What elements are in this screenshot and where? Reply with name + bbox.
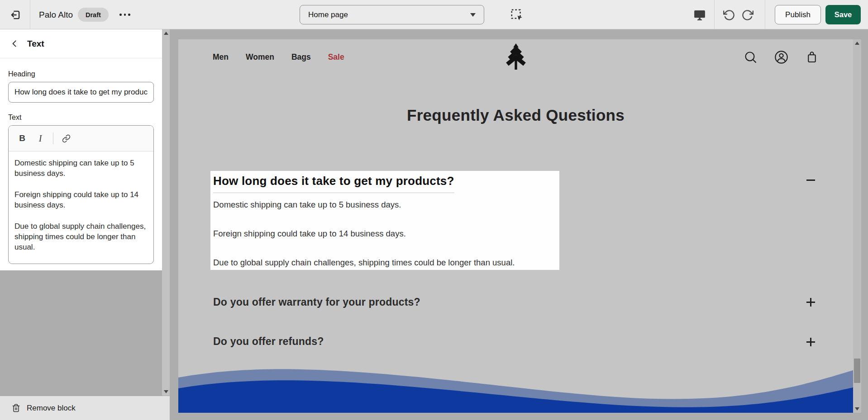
chevron-left-icon — [10, 39, 19, 48]
undo-icon — [723, 9, 735, 21]
search-button[interactable] — [744, 50, 758, 64]
plus-icon — [806, 338, 815, 346]
ellipsis-icon — [124, 14, 126, 16]
back-button[interactable] — [10, 39, 19, 48]
minus-icon — [806, 179, 815, 181]
nav-link-men[interactable]: Men — [213, 52, 229, 62]
storefront-nav: Men Women Bags Sale — [213, 39, 344, 75]
theme-preview: Men Women Bags Sale — [178, 39, 861, 413]
topbar-divider — [765, 0, 765, 29]
faq-item-expanded-selected[interactable]: How long does it take to get my products… — [210, 171, 559, 270]
block-settings-panel: Text Heading Text B I Domestic shipping … — [0, 29, 162, 270]
shopify-theme-editor: { "topbar": { "store_name": "Palo Alto",… — [0, 0, 868, 420]
desktop-icon — [693, 8, 706, 22]
text-field-label: Text — [8, 113, 154, 122]
heading-field-label: Heading — [8, 70, 154, 78]
remove-block-label: Remove block — [27, 404, 76, 413]
expand-button[interactable] — [806, 337, 816, 347]
redo-icon — [741, 9, 754, 21]
panel-header: Text — [0, 29, 162, 58]
panel-footer: Remove block — [0, 396, 170, 420]
scrollbar-thumb[interactable] — [854, 359, 860, 383]
rich-text-content[interactable]: Domestic shipping can take up to 5 busin… — [9, 151, 153, 252]
editor-paragraph: Foreign shipping could take up to 14 bus… — [14, 189, 148, 210]
store-logo[interactable] — [506, 43, 526, 71]
storefront-header: Men Women Bags Sale — [178, 39, 853, 75]
nav-link-women[interactable]: Women — [246, 52, 274, 62]
account-icon — [774, 50, 789, 65]
rich-text-editor: B I Domestic shipping can take up to 5 b… — [8, 125, 154, 264]
link-icon — [62, 134, 71, 143]
scroll-up-icon[interactable] — [855, 42, 859, 45]
footer-wave-decoration — [178, 362, 853, 413]
page-selector-value: Home page — [308, 10, 348, 19]
panel-body: Heading Text B I Domestic shipping can t… — [0, 58, 162, 264]
more-options-button[interactable] — [114, 0, 136, 29]
scroll-up-icon[interactable] — [164, 32, 168, 35]
ellipsis-icon — [128, 14, 130, 16]
ellipsis-icon — [119, 14, 122, 16]
topbar-divider — [714, 0, 715, 29]
page-selector-dropdown[interactable]: Home page — [300, 5, 484, 24]
device-preview-button[interactable] — [692, 7, 708, 23]
cart-bag-icon — [805, 50, 819, 64]
trash-icon — [12, 404, 20, 412]
topbar-divider — [30, 0, 30, 29]
heading-input[interactable] — [8, 82, 154, 103]
faq-answer-paragraph: Foreign shipping could take up to 14 bus… — [213, 229, 555, 239]
link-button[interactable] — [57, 129, 75, 147]
search-icon — [744, 50, 758, 64]
storefront-page: Men Women Bags Sale — [178, 39, 853, 413]
exit-icon — [10, 9, 21, 21]
faq-section-title: Frequently Asked Questions — [178, 106, 853, 124]
status-badge: Draft — [78, 8, 109, 22]
collapse-button[interactable] — [806, 175, 816, 185]
toolbar-divider — [53, 132, 53, 144]
rich-text-toolbar: B I — [9, 126, 153, 151]
nav-link-bags[interactable]: Bags — [291, 52, 311, 62]
publish-button[interactable]: Publish — [775, 5, 821, 24]
editor-paragraph: Domestic shipping can take up to 5 busin… — [14, 158, 148, 179]
exit-editor-button[interactable] — [7, 6, 24, 24]
section-select-tool-button[interactable] — [509, 7, 525, 23]
remove-block-button[interactable]: Remove block — [12, 404, 76, 413]
nav-link-sale[interactable]: Sale — [328, 52, 344, 62]
pine-tree-icon — [506, 43, 526, 70]
topbar: Palo Alto Draft Home page Publish Save — [0, 0, 868, 29]
save-button[interactable]: Save — [825, 5, 861, 24]
header-icons — [744, 39, 819, 75]
bold-button[interactable]: B — [13, 129, 31, 147]
expand-button[interactable] — [806, 297, 816, 307]
undo-button[interactable] — [721, 8, 737, 22]
faq-question[interactable]: How long does it take to get my products… — [213, 174, 454, 193]
faq-answer-paragraph: Domestic shipping can take up to 5 busin… — [213, 200, 555, 210]
selection-cursor-icon — [510, 8, 524, 22]
preview-scrollbar[interactable] — [853, 39, 861, 413]
chevron-down-icon — [470, 13, 476, 17]
cart-button[interactable] — [805, 50, 819, 64]
plus-icon — [806, 298, 815, 307]
sidebar-scrollbar[interactable] — [162, 29, 170, 396]
faq-question[interactable]: Do you offer warranty for your products? — [213, 296, 420, 308]
faq-answer-paragraph: Due to global supply chain challenges, s… — [213, 258, 555, 268]
redo-button[interactable] — [739, 8, 755, 22]
store-name: Palo Alto — [39, 0, 73, 29]
italic-button[interactable]: I — [31, 129, 49, 147]
editor-paragraph: Due to global supply chain challenges, s… — [14, 221, 148, 252]
account-button[interactable] — [774, 50, 789, 65]
faq-question[interactable]: Do you offer refunds? — [213, 335, 324, 348]
panel-title: Text — [27, 39, 44, 49]
scroll-down-icon[interactable] — [164, 390, 168, 393]
wave-shapes — [178, 362, 853, 413]
scroll-down-icon[interactable] — [855, 407, 859, 411]
